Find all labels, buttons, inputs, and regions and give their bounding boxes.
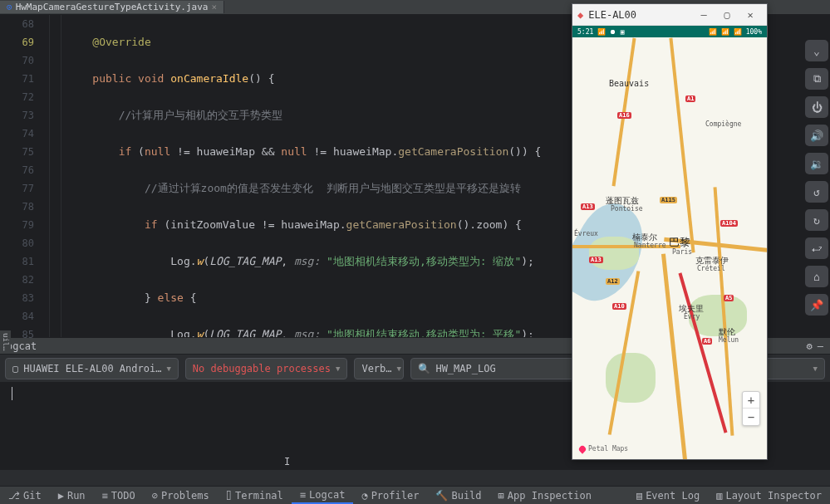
petal-maps-label: Petal Maps bbox=[579, 445, 628, 453]
city-label: Beauvais bbox=[609, 79, 649, 88]
city-label: Pontoise bbox=[611, 205, 643, 213]
road-label: A1 bbox=[685, 95, 695, 102]
bottom-toolbar: ⎇ Git ▶ Run ≡ TODO ⊘ Problems ⌷ Terminal… bbox=[0, 486, 830, 504]
git-tab[interactable]: ⎇ Git bbox=[0, 487, 50, 504]
emulator-app-icon: ◆ bbox=[577, 9, 583, 21]
fold-gutter bbox=[50, 15, 61, 337]
city-label: Nanterre bbox=[634, 242, 666, 249]
java-file-icon: ⊙ bbox=[7, 2, 12, 12]
road-label: A104 bbox=[720, 220, 738, 227]
road-label: A13 bbox=[589, 257, 603, 263]
build-tab[interactable]: 🔨 Build bbox=[427, 487, 489, 504]
volume-down-button[interactable]: 🔉 bbox=[805, 153, 828, 174]
loglevel-label: Verb… bbox=[361, 363, 391, 374]
layoutinspector-tab[interactable]: ▥ Layout Inspector bbox=[708, 490, 830, 502]
loglevel-dropdown[interactable]: Verb… ▼ bbox=[354, 358, 404, 379]
run-tab[interactable]: ▶ Run bbox=[50, 487, 94, 504]
mouse-cursor-icon: I bbox=[284, 456, 285, 467]
device-icon: ▢ bbox=[12, 363, 18, 374]
terminal-tab[interactable]: ⌷ Terminal bbox=[218, 487, 292, 504]
minimize-panel-icon[interactable]: — bbox=[818, 340, 823, 352]
back-button[interactable]: ⮐ bbox=[805, 237, 828, 259]
power-button[interactable]: ⏻ bbox=[805, 96, 828, 118]
device-statusbar: 5:21 📶 ⏺ ▣ 📶 📶 📶 100% bbox=[572, 26, 767, 37]
file-tab-label: HwMapCameraGestureTypeActivity.java bbox=[16, 2, 209, 12]
left-tool-strip[interactable]: uil… bbox=[0, 330, 11, 354]
city-label: Évry bbox=[684, 313, 700, 321]
chevron-down-button[interactable]: ⌄ bbox=[805, 40, 828, 61]
volume-up-button[interactable]: 🔊 bbox=[805, 125, 828, 146]
status-right: 📶 📶 📶 100% bbox=[709, 28, 762, 36]
chevron-down-icon: ▼ bbox=[813, 365, 818, 373]
rotate-left-button[interactable]: ↺ bbox=[805, 181, 828, 203]
chevron-down-icon: ▼ bbox=[166, 365, 170, 373]
road-label: A13 bbox=[581, 203, 595, 210]
rotate-right-button[interactable]: ↻ bbox=[805, 209, 828, 231]
road-label: A6 bbox=[702, 338, 712, 345]
city-label: Compiègne bbox=[705, 120, 741, 128]
road-label: A115 bbox=[660, 197, 677, 203]
road-label: A10 bbox=[612, 303, 626, 310]
search-icon: 🔍 bbox=[418, 363, 430, 374]
map-view[interactable]: A16 A1 A115 A104 A13 A13 A5 A10 A12 A6 B… bbox=[572, 37, 767, 459]
appinspection-tab[interactable]: ⊞ App Inspection bbox=[490, 487, 600, 504]
window-minimize-icon[interactable]: — bbox=[692, 9, 715, 21]
emulator-side-toolbar: ⌄ ⧉ ⏻ 🔊 🔉 ↺ ↻ ⮐ ⌂ 📌 bbox=[802, 37, 830, 319]
road-label: A12 bbox=[606, 278, 620, 285]
status-left: 5:21 📶 ⏺ ▣ bbox=[577, 28, 625, 36]
emulator-window: ◆ ELE-AL00 — ▢ ✕ 5:21 📶 ⏺ ▣ 📶 📶 📶 100% A… bbox=[572, 3, 768, 460]
chevron-down-icon: ▼ bbox=[336, 365, 340, 373]
window-close-icon[interactable]: ✕ bbox=[739, 9, 762, 21]
logcat-tab[interactable]: ≡ Logcat bbox=[292, 487, 354, 504]
process-dropdown[interactable]: No debuggable processes ▼ bbox=[185, 358, 348, 379]
zoom-in-button[interactable]: + bbox=[743, 392, 759, 409]
road-label: A16 bbox=[617, 112, 631, 119]
device-label: HUAWEI ELE-AL00 Androi… bbox=[23, 363, 161, 374]
settings-icon[interactable]: ⚙ bbox=[807, 340, 813, 352]
file-tab[interactable]: ⊙ HwMapCameraGestureTypeActivity.java × bbox=[0, 1, 224, 13]
home-button[interactable]: ⌂ bbox=[805, 266, 828, 287]
text-cursor bbox=[12, 387, 12, 400]
map-zoom-control: + − bbox=[742, 391, 760, 426]
petal-maps-icon bbox=[577, 444, 587, 453]
close-tab-icon[interactable]: × bbox=[211, 2, 217, 12]
problems-tab[interactable]: ⊘ Problems bbox=[144, 487, 218, 504]
eventlog-tab[interactable]: ▤ Event Log bbox=[628, 490, 708, 502]
city-label: Paris bbox=[672, 248, 692, 256]
emulator-titlebar[interactable]: ◆ ELE-AL00 — ▢ ✕ bbox=[572, 4, 767, 26]
profiler-tab[interactable]: ◔ Profiler bbox=[353, 487, 427, 504]
window-maximize-icon[interactable]: ▢ bbox=[715, 9, 739, 21]
city-label: Melun bbox=[719, 336, 739, 344]
city-label: Créteil bbox=[697, 265, 725, 272]
emulator-title-label: ELE-AL00 bbox=[588, 9, 636, 21]
device-dropdown[interactable]: ▢ HUAWEI ELE-AL00 Androi… ▼ bbox=[5, 358, 179, 379]
todo-tab[interactable]: ≡ TODO bbox=[94, 487, 144, 504]
road-label: A5 bbox=[724, 295, 734, 301]
process-label: No debuggable processes bbox=[193, 363, 331, 374]
line-gutter: 6869 7071 7273 7475 7677 7879 8081 8283 … bbox=[0, 15, 50, 337]
pin-button[interactable]: 📌 bbox=[805, 294, 828, 316]
chevron-down-icon: ▼ bbox=[397, 365, 401, 373]
screenshot-button[interactable]: ⧉ bbox=[805, 68, 828, 90]
zoom-out-button[interactable]: − bbox=[743, 409, 759, 425]
city-label: Évreux bbox=[574, 230, 598, 237]
